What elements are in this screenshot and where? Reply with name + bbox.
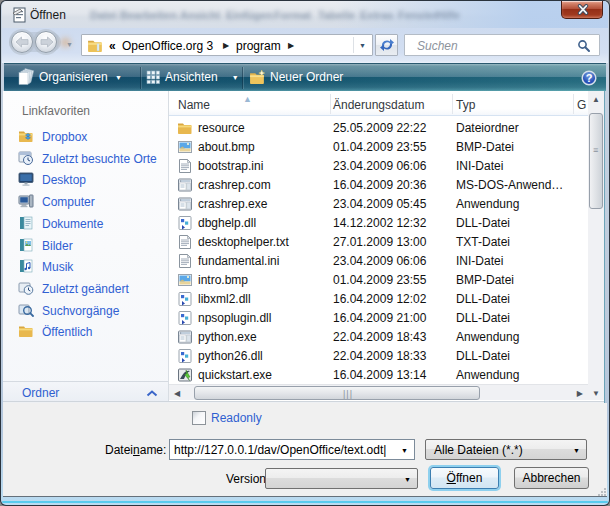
svg-text:?: ? <box>586 72 593 84</box>
